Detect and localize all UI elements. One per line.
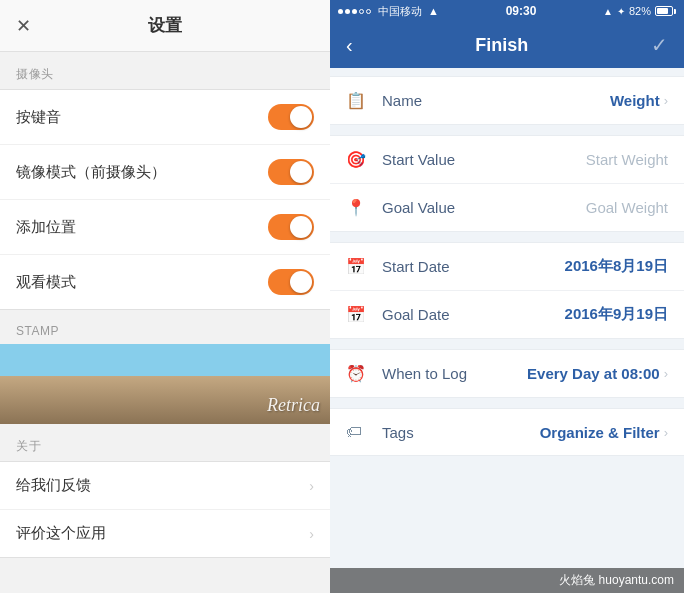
keystroke-toggle[interactable] [268,104,314,130]
setting-item-mirror[interactable]: 镜像模式（前摄像头） [0,145,330,200]
location-icon: ▲ [603,6,613,17]
signal-dot-1 [338,9,343,14]
watermark-bar: 火焰兔 huoyantu.com [330,568,684,593]
goal-date-icon: 📅 [346,305,370,324]
start-date-label: Start Date [382,258,565,275]
left-panel: ✕ 设置 摄像头 按键音 镜像模式（前摄像头） 添加位置 观看模式 STAMP … [0,0,330,593]
form-group-tags: 🏷 Tags Organize & Filter › [330,408,684,456]
tags-label: Tags [382,424,540,441]
form-list: 📋 Name Weight › 🎯 Start Value Start Weig… [330,68,684,568]
feedback-item[interactable]: 给我们反馈 › [0,462,330,510]
wifi-icon: ▲ [428,5,439,17]
watch-label: 观看模式 [16,273,76,292]
mirror-toggle[interactable] [268,159,314,185]
watch-toggle[interactable] [268,269,314,295]
name-icon: 📋 [346,91,370,110]
when-to-log-icon: ⏰ [346,364,370,383]
watermark-text: 火焰兔 huoyantu.com [559,573,674,587]
form-item-goal-date[interactable]: 📅 Goal Date 2016年9月19日 [330,291,684,338]
signal-dot-5 [366,9,371,14]
signal-icon [338,9,371,14]
signal-dot-3 [352,9,357,14]
battery-percent-label: 82% [629,5,651,17]
bluetooth-icon: ✦ [617,6,625,17]
start-date-value: 2016年8月19日 [565,257,668,276]
setting-item-keystroke[interactable]: 按键音 [0,90,330,145]
goal-date-value: 2016年9月19日 [565,305,668,324]
back-button[interactable]: ‹ [346,34,353,57]
name-chevron-icon: › [664,93,668,108]
carrier-name: 中国移动 [378,4,422,19]
rate-item[interactable]: 评价这个应用 › [0,510,330,557]
keystroke-label: 按键音 [16,108,61,127]
status-bar: 中国移动 ▲ 09:30 ▲ ✦ 82% [330,0,684,22]
mirror-label: 镜像模式（前摄像头） [16,163,166,182]
right-title: Finish [475,35,528,56]
name-value: Weight [610,92,660,109]
form-item-name[interactable]: 📋 Name Weight › [330,77,684,124]
form-item-when-to-log[interactable]: ⏰ When to Log Every Day at 08:00 › [330,350,684,397]
name-label: Name [382,92,610,109]
form-item-start-date[interactable]: 📅 Start Date 2016年8月19日 [330,243,684,291]
stamp-section-label: STAMP [0,310,330,344]
start-date-icon: 📅 [346,257,370,276]
start-value-value: Start Weight [586,151,668,168]
stamp-section: STAMP Retrica [0,310,330,424]
stamp-watermark: Retrica [267,395,320,416]
goal-value-value: Goal Weight [586,199,668,216]
check-button[interactable]: ✓ [651,33,668,57]
form-item-start-value[interactable]: 🎯 Start Value Start Weight [330,136,684,184]
setting-item-location[interactable]: 添加位置 [0,200,330,255]
camera-settings-list: 按键音 镜像模式（前摄像头） 添加位置 观看模式 [0,89,330,310]
about-section-label: 关于 [0,424,330,461]
start-value-icon: 🎯 [346,150,370,169]
form-group-log: ⏰ When to Log Every Day at 08:00 › [330,349,684,398]
when-to-log-chevron-icon: › [664,366,668,381]
location-label: 添加位置 [16,218,76,237]
signal-dot-2 [345,9,350,14]
status-left: 中国移动 ▲ [338,4,439,19]
location-toggle[interactable] [268,214,314,240]
goal-value-label: Goal Value [382,199,586,216]
battery-body [655,6,673,16]
status-time: 09:30 [506,4,537,18]
camera-section-label: 摄像头 [0,52,330,89]
rate-chevron-icon: › [309,526,314,542]
battery-icon [655,6,676,16]
form-item-tags[interactable]: 🏷 Tags Organize & Filter › [330,409,684,455]
right-panel: 中国移动 ▲ 09:30 ▲ ✦ 82% ‹ Finish ✓ 📋 [330,0,684,593]
setting-item-watch[interactable]: 观看模式 [0,255,330,309]
left-header: ✕ 设置 [0,0,330,52]
form-group-name: 📋 Name Weight › [330,76,684,125]
when-to-log-value: Every Day at 08:00 [527,365,660,382]
right-header: ‹ Finish ✓ [330,22,684,68]
status-right: ▲ ✦ 82% [603,5,676,17]
stamp-image-content: Retrica [0,344,330,424]
about-section: 关于 给我们反馈 › 评价这个应用 › [0,424,330,558]
when-to-log-label: When to Log [382,365,527,382]
rate-label: 评价这个应用 [16,524,106,543]
form-group-values: 🎯 Start Value Start Weight 📍 Goal Value … [330,135,684,232]
form-group-dates: 📅 Start Date 2016年8月19日 📅 Goal Date 2016… [330,242,684,339]
stamp-image: Retrica [0,344,330,424]
feedback-chevron-icon: › [309,478,314,494]
about-list: 给我们反馈 › 评价这个应用 › [0,461,330,558]
tags-icon: 🏷 [346,423,370,441]
battery-tip [674,9,676,14]
goal-value-icon: 📍 [346,198,370,217]
form-item-goal-value[interactable]: 📍 Goal Value Goal Weight [330,184,684,231]
tags-chevron-icon: › [664,425,668,440]
start-value-label: Start Value [382,151,586,168]
left-title: 设置 [148,14,182,37]
close-button[interactable]: ✕ [16,15,31,37]
battery-fill [657,8,668,14]
tags-value: Organize & Filter [540,424,660,441]
feedback-label: 给我们反馈 [16,476,91,495]
signal-dot-4 [359,9,364,14]
goal-date-label: Goal Date [382,306,565,323]
